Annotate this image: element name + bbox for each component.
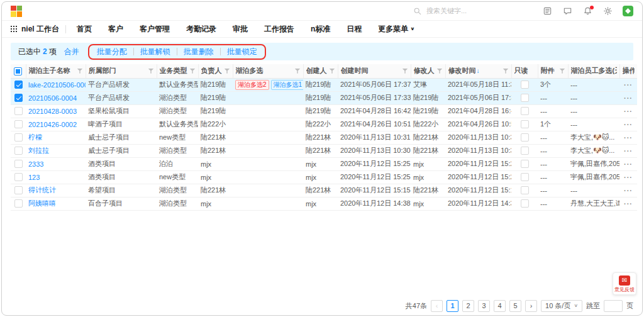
- table-row[interactable]: lake-20210506-0005 平台产品研发 默认业务类型 陆219陆 湖…: [11, 78, 637, 91]
- row-actions-button[interactable]: ···: [624, 160, 633, 168]
- feedback-mail-icon: ✉: [619, 275, 630, 286]
- row-checkbox[interactable]: [14, 120, 23, 128]
- batch-lock-button[interactable]: 批量锁定: [227, 47, 257, 57]
- lake-name-link[interactable]: 阿姨嘻嘻: [28, 199, 56, 207]
- readonly-checkbox[interactable]: [521, 81, 529, 89]
- workspace-title[interactable]: niel 工作台: [21, 24, 59, 35]
- batch-unlock-button[interactable]: 批量解锁: [140, 47, 170, 57]
- row-checkbox[interactable]: [14, 147, 23, 155]
- nav-more-menu[interactable]: 更多菜单 ∨: [370, 24, 423, 35]
- feedback-widget[interactable]: ✉ 意见反馈: [613, 272, 636, 295]
- filter-icon[interactable]: [148, 69, 154, 74]
- table-row[interactable]: 20210506-0004 平台产品研发 湖泊类型 陆219陆 陆219陆 20…: [11, 91, 637, 104]
- row-actions-button[interactable]: ···: [624, 94, 633, 102]
- merge-button[interactable]: 合并: [64, 47, 79, 57]
- page-button-5[interactable]: 5: [509, 300, 521, 312]
- lake-name-link[interactable]: 20210426-0002: [28, 121, 77, 128]
- prev-page-button[interactable]: ‹: [431, 300, 443, 312]
- gear-icon[interactable]: [602, 6, 613, 16]
- apps-grid-icon[interactable]: [11, 26, 17, 32]
- readonly-checkbox[interactable]: [521, 173, 529, 181]
- table-row[interactable]: 20210426-0002 啤酒子项目 默认业务类型 陆222小 陆222小 2…: [11, 118, 637, 131]
- nav-item-approval[interactable]: 审批: [225, 24, 256, 35]
- modifier-cell: mjx: [411, 157, 445, 170]
- dept-cell: 平台产品研发: [86, 78, 157, 91]
- nav-item-customer[interactable]: 客户: [100, 24, 131, 35]
- table-row[interactable]: 阿姨嘻嘻 百合子项目 湖泊类型 mjx mjx 2020年11月12日 14:3…: [11, 197, 637, 210]
- row-checkbox[interactable]: [14, 107, 23, 115]
- table-row[interactable]: 得计统计 希望项目 湖泊类型 陆221林 陆221林 2020年11月12日 1…: [11, 184, 637, 197]
- batch-delete-button[interactable]: 批量删除: [184, 47, 214, 57]
- app-launcher-icon[interactable]: [623, 6, 633, 16]
- lake-name-link[interactable]: lake-20210506-0005: [28, 81, 86, 89]
- row-actions-button[interactable]: ···: [624, 187, 633, 194]
- nav-item-work-report[interactable]: 工作报告: [256, 24, 303, 35]
- readonly-checkbox[interactable]: [521, 199, 529, 208]
- lake-name-link[interactable]: 得计统计: [28, 186, 56, 194]
- table-row[interactable]: 2333 酒类项目 泊泊 mjx mjx 2020年11月12日 15:25 m…: [11, 157, 637, 170]
- lake-name-link[interactable]: 123: [28, 174, 40, 181]
- next-page-button[interactable]: ›: [525, 300, 537, 312]
- readonly-checkbox[interactable]: [521, 94, 529, 102]
- nav-item-attendance[interactable]: 考勤记录: [178, 24, 225, 35]
- lake-name-link[interactable]: 20210506-0004: [28, 94, 77, 102]
- batch-assign-button[interactable]: 批量分配: [97, 47, 127, 57]
- row-actions-button[interactable]: ···: [624, 200, 633, 208]
- row-actions-button[interactable]: ···: [624, 134, 633, 142]
- filter-icon[interactable]: [402, 69, 408, 74]
- readonly-checkbox[interactable]: [521, 186, 529, 194]
- readonly-checkbox[interactable]: [521, 160, 529, 168]
- filter-icon[interactable]: [225, 69, 230, 74]
- table-row[interactable]: 柠檬 威士忌子项目 new类型 陆221林 陆221林 2020年11月13日 …: [11, 131, 637, 144]
- readonly-checkbox[interactable]: [521, 147, 529, 155]
- bell-icon[interactable]: [582, 6, 592, 16]
- row-checkbox[interactable]: [14, 94, 23, 102]
- readonly-checkbox[interactable]: [521, 120, 529, 128]
- select-all-checkbox[interactable]: [14, 67, 22, 75]
- nav-item-customer-mgmt[interactable]: 客户管理: [131, 24, 178, 35]
- filter-icon[interactable]: [295, 69, 301, 74]
- filter-icon[interactable]: [330, 69, 335, 74]
- filter-icon[interactable]: [437, 69, 443, 74]
- row-actions-button[interactable]: ···: [624, 147, 633, 155]
- nav-item-n-standard[interactable]: n标准: [303, 24, 338, 35]
- page-jump-input[interactable]: [604, 300, 623, 312]
- row-checkbox[interactable]: [14, 186, 23, 194]
- filter-icon[interactable]: [77, 69, 83, 74]
- readonly-checkbox[interactable]: [521, 107, 529, 115]
- row-checkbox[interactable]: [14, 199, 23, 208]
- row-actions-button[interactable]: ···: [624, 174, 633, 181]
- row-checkbox[interactable]: [14, 81, 23, 89]
- global-search-input[interactable]: 搜索关键字...: [413, 6, 532, 16]
- row-checkbox[interactable]: [14, 133, 23, 142]
- table-row[interactable]: 刘拉拉 威士忌子项目 湖泊类型 陆221林 陆221林 2020年11月13日 …: [11, 144, 637, 157]
- chevron-down-icon: ∨: [410, 26, 414, 31]
- page-button-2[interactable]: 2: [462, 300, 474, 312]
- docs-icon[interactable]: [542, 6, 552, 16]
- lake-name-link[interactable]: 20210428-0003: [28, 108, 77, 115]
- page-button-4[interactable]: 4: [494, 300, 506, 312]
- lake-name-link[interactable]: 刘拉拉: [28, 147, 49, 154]
- page-button-3[interactable]: 3: [478, 300, 490, 312]
- table-row[interactable]: 20210428-0003 坚果松鼠项目 湖泊类型 陆219陆 陆219陆 20…: [11, 104, 637, 118]
- filter-icon[interactable]: [503, 69, 509, 74]
- lake-multi-cell: [233, 157, 303, 170]
- app-logo[interactable]: [11, 6, 22, 17]
- filter-icon[interactable]: [190, 69, 196, 74]
- lake-name-link[interactable]: 柠檬: [28, 133, 42, 141]
- readonly-checkbox[interactable]: [521, 133, 529, 142]
- page-button-1[interactable]: 1: [447, 300, 458, 312]
- lake-name-link[interactable]: 2333: [28, 160, 43, 168]
- row-actions-button[interactable]: ···: [624, 108, 633, 115]
- row-actions-button[interactable]: ···: [624, 121, 633, 128]
- table-row[interactable]: 123 酒类项目 new类型 mjx mjx 2020年11月12日 15:25…: [11, 170, 637, 184]
- filter-icon[interactable]: [560, 69, 565, 74]
- row-actions-button[interactable]: ···: [624, 81, 633, 89]
- page-size-select[interactable]: 10 条/页 ∨: [541, 300, 582, 312]
- nav-item-schedule[interactable]: 日程: [338, 24, 370, 35]
- sort-desc-icon: ↓: [477, 67, 480, 74]
- row-checkbox[interactable]: [14, 160, 23, 168]
- chat-icon[interactable]: [562, 6, 572, 16]
- nav-item-home[interactable]: 首页: [69, 24, 100, 35]
- row-checkbox[interactable]: [14, 173, 23, 181]
